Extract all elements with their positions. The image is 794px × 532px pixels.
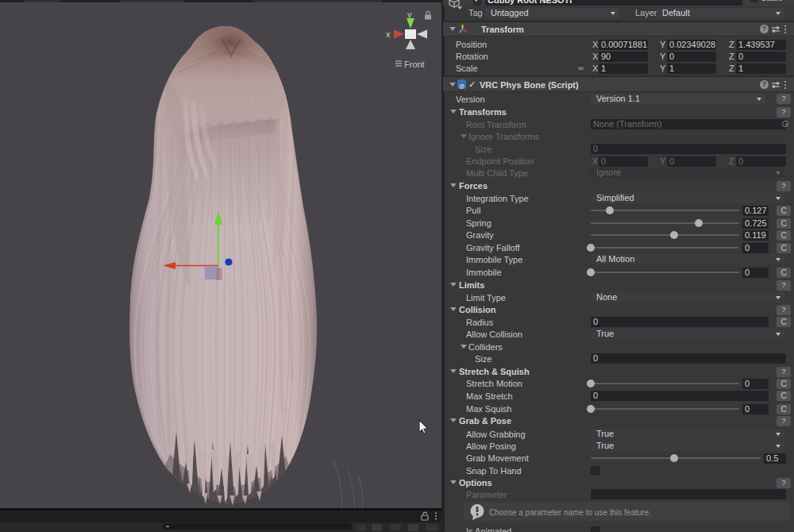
svg-text:x: x — [386, 29, 391, 39]
svg-text:y: y — [407, 10, 412, 19]
svg-text:Front: Front — [404, 60, 425, 69]
